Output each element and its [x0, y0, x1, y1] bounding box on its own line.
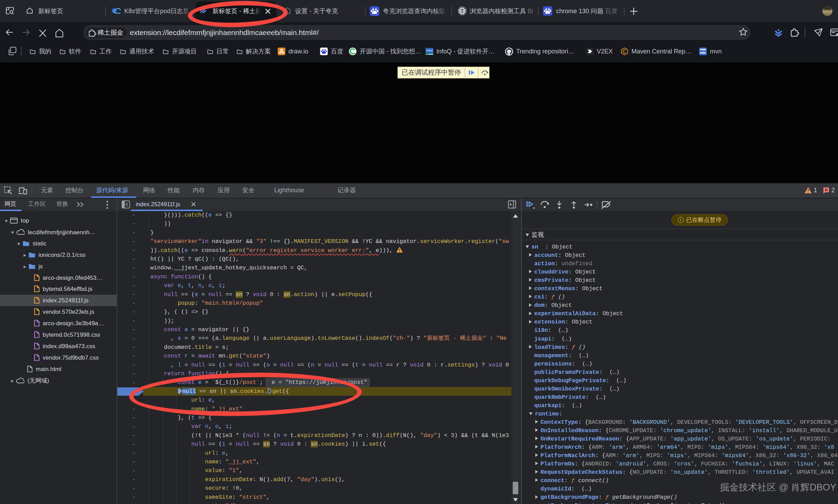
svg-text:InfoQ: InfoQ — [426, 49, 433, 52]
svg-text:MVN: MVN — [700, 50, 706, 52]
